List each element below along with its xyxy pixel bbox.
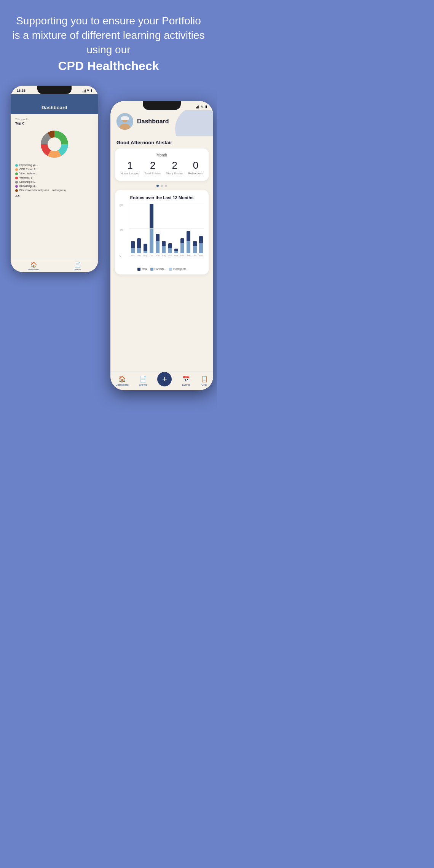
- bar-aug: Aug: [143, 204, 148, 257]
- stat-diary-value: 2: [166, 160, 183, 170]
- chart-card: Entries over the Last 12 Months 20 10 0: [115, 190, 209, 274]
- fab-add-button[interactable]: +: [157, 372, 172, 386]
- back-tab-entries-label: Entries: [74, 268, 81, 271]
- hero-main-text: Supporting you to ensure your Portfolio …: [11, 14, 206, 57]
- front-tab-entries[interactable]: 📄 Entries: [139, 375, 147, 386]
- pie-chart: [37, 127, 72, 161]
- front-entries-icon: 📄: [139, 375, 147, 383]
- section-label: This month: [15, 118, 94, 121]
- back-phone-footer: 🏠 Dashboard 📄 Entries: [11, 259, 98, 272]
- legend-incomplete-label: Incomplete: [173, 268, 186, 270]
- bar-dec: Dec: [193, 204, 197, 257]
- front-tab-entries-label: Entries: [139, 383, 147, 386]
- front-tab-cpd-label: CPD: [201, 383, 207, 386]
- avatar: [116, 113, 133, 130]
- back-tab-entries[interactable]: 📄 Entries: [74, 262, 81, 271]
- back-status-icons: ≋ ▮: [83, 89, 92, 93]
- legend-item-4: Lecturing or...: [15, 180, 94, 183]
- stat-hours-value: 1: [120, 160, 139, 170]
- legend-item-5: Knowledge &...: [15, 185, 94, 188]
- back-tab-dashboard[interactable]: 🏠 Dashboard: [28, 262, 39, 271]
- legend-dot-brown: [15, 189, 18, 192]
- hero-section: Supporting you to ensure your Portfolio …: [0, 0, 217, 82]
- front-tab-dashboard[interactable]: 🏠 Dashboard: [115, 375, 128, 386]
- legend-dot-teal: [15, 164, 18, 167]
- bar-apr: Apr: [168, 204, 172, 257]
- stats-card: Month 1 Hours Logged 2 Total Entries 2 D…: [115, 148, 209, 181]
- bar-jun: Jun: [155, 204, 160, 257]
- chart-area: 20 10 0: [120, 204, 204, 265]
- phone-front-inner: ≋ ▮: [110, 101, 213, 390]
- grid-line-top: [129, 204, 204, 204]
- legend-total: Total: [137, 268, 147, 271]
- legend-total-label: Total: [142, 268, 147, 270]
- front-header-content: Dashboard: [116, 113, 207, 130]
- legend-dot-orange: [15, 168, 18, 171]
- stat-reflections-label: Reflections: [188, 172, 203, 176]
- front-tab-dashboard-label: Dashboard: [115, 383, 128, 386]
- avatar-image: [116, 113, 133, 130]
- front-tab-fab[interactable]: +: [157, 375, 172, 386]
- back-tab-dashboard-label: Dashboard: [28, 268, 39, 271]
- chart-legend: Total Partially... Incomplete: [120, 268, 204, 271]
- back-phone-content: This month Top C: [11, 114, 98, 202]
- svg-point-1: [48, 137, 61, 151]
- phones-container: 16:33 ≋ ▮ Dashboard This month To: [0, 82, 217, 394]
- stat-hours-logged: 1 Hours Logged: [120, 160, 139, 176]
- legend-item-6: Discussions formally or a... colleagues)…: [15, 189, 94, 192]
- chart-bars-area: Oct Sep: [129, 204, 204, 257]
- front-tab-events-label: Events: [182, 383, 190, 386]
- stats-month-label: Month: [118, 153, 206, 157]
- bar-oct: Oct: [131, 204, 135, 257]
- pie-legend: Expanding yo... CPD Event: 2... Video le…: [15, 164, 94, 192]
- front-tab-events[interactable]: 📅 Events: [182, 375, 190, 386]
- legend-total-icon: [137, 268, 140, 271]
- front-phone-notch: [143, 101, 181, 110]
- stat-total-entries: 2 Total Entries: [144, 160, 161, 176]
- bar-may: May: [161, 204, 166, 257]
- back-status-time: 16:33: [17, 89, 26, 93]
- home-icon: 🏠: [30, 262, 37, 268]
- phone-back-inner: 16:33 ≋ ▮ Dashboard This month To: [11, 86, 98, 272]
- front-events-icon: 📅: [182, 375, 190, 383]
- battery-icon: ▮: [91, 89, 92, 92]
- bar-sep: Sep: [137, 204, 141, 257]
- hero-bold-text: CPD Healthcheck: [11, 58, 206, 74]
- phone-front: ≋ ▮: [110, 101, 213, 390]
- front-home-icon: 🏠: [118, 375, 126, 383]
- back-phone-header: Dashboard: [11, 94, 98, 114]
- signal-icon: [83, 89, 86, 93]
- bar-mar: Mar: [174, 204, 179, 257]
- legend-item-3: Webinar: 1: [15, 176, 94, 179]
- legend-incomplete-icon: [169, 268, 172, 271]
- front-header: Dashboard: [110, 110, 213, 136]
- bar-jan: Jan: [186, 204, 191, 257]
- legend-dot-red: [15, 177, 18, 179]
- stat-total-label: Total Entries: [144, 172, 161, 176]
- hero-text-block: Supporting you to ensure your Portfolio …: [0, 0, 217, 82]
- legend-item-1: CPD Event: 2...: [15, 168, 94, 171]
- front-wifi-icon: ≋: [201, 105, 204, 108]
- legend-dot-purple: [15, 185, 18, 188]
- stat-reflections-value: 0: [188, 160, 203, 170]
- phone-back: 16:33 ≋ ▮ Dashboard This month To: [11, 86, 98, 272]
- back-header-title: Dashboard: [41, 105, 67, 110]
- dot-2: [161, 185, 163, 187]
- stat-diary-label: Diary Entries: [166, 172, 183, 176]
- legend-partial: Partially...: [150, 268, 166, 271]
- greeting: Good Afternoon Alistair: [110, 136, 213, 148]
- chart-title: Entries over the Last 12 Months: [120, 195, 204, 200]
- bar-nov: Nov: [199, 204, 203, 257]
- wifi-icon: ≋: [87, 89, 89, 92]
- legend-incomplete: Incomplete: [169, 268, 186, 271]
- dot-3: [165, 185, 167, 187]
- back-phone-notch: [37, 86, 72, 94]
- bar-feb: Feb: [180, 204, 185, 257]
- front-signal-icon: [196, 105, 199, 108]
- chart-y-labels: 20 10 0: [120, 204, 123, 257]
- pie-chart-area: [15, 127, 94, 161]
- front-tab-cpd[interactable]: 📋 CPD: [201, 375, 208, 386]
- legend-dot-green: [15, 172, 18, 175]
- legend-dot-gray: [15, 181, 18, 183]
- stat-hours-label: Hours Logged: [120, 172, 139, 176]
